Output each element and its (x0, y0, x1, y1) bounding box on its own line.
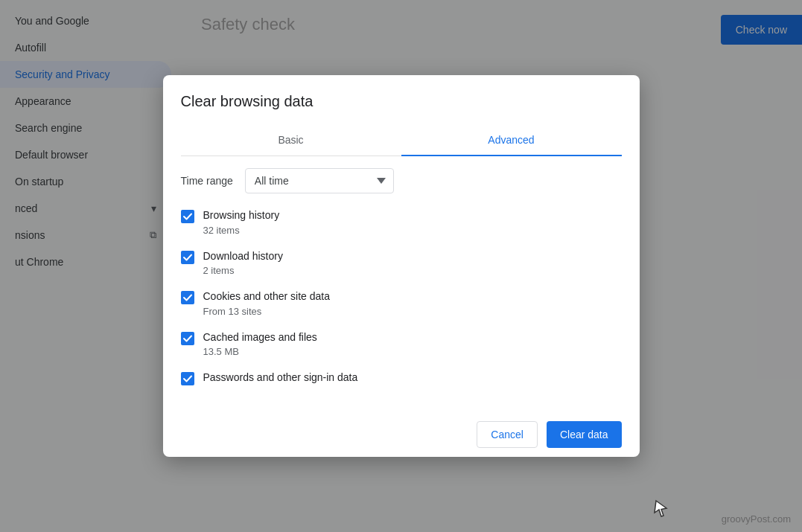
dialog-footer: Cancel Clear data (163, 412, 640, 457)
checkbox-browsing-history[interactable] (181, 210, 194, 223)
download-history-sub: 2 items (203, 265, 622, 276)
checkbox-item-passwords: Passwords and other sign-in data (181, 371, 622, 387)
time-range-row: Time range Last hour Last 24 hours Last … (181, 168, 622, 193)
tab-advanced[interactable]: Advanced (401, 125, 622, 156)
checkbox-item-cookies: Cookies and other site data From 13 site… (181, 289, 622, 317)
dialog-tabs: Basic Advanced (181, 125, 622, 156)
checkbox-passwords[interactable] (181, 372, 194, 385)
checkbox-item-browsing-history: Browsing history 32 items (181, 208, 622, 236)
cookies-label: Cookies and other site data (203, 289, 622, 304)
mouse-cursor (653, 499, 668, 517)
cookies-sub: From 13 sites (203, 306, 622, 317)
time-range-label: Time range (181, 175, 233, 187)
time-range-select[interactable]: Last hour Last 24 hours Last 7 days Last… (245, 168, 394, 193)
checkbox-item-download-history: Download history 2 items (181, 249, 622, 277)
checkbox-item-cached: Cached images and files 13.5 MB (181, 330, 622, 358)
clear-data-button[interactable]: Clear data (547, 421, 622, 448)
cached-sub: 13.5 MB (203, 346, 622, 357)
cancel-button[interactable]: Cancel (477, 421, 538, 448)
browsing-history-label: Browsing history (203, 208, 622, 223)
dialog-header: Clear browsing data Basic Advanced (163, 75, 640, 156)
checkbox-download-history[interactable] (181, 251, 194, 264)
checkbox-cached[interactable] (181, 332, 194, 345)
tab-basic[interactable]: Basic (181, 125, 401, 156)
checkbox-cookies[interactable] (181, 291, 194, 304)
browsing-history-sub: 32 items (203, 225, 622, 236)
modal-overlay: Clear browsing data Basic Advanced Time … (0, 0, 802, 532)
clear-browsing-data-dialog: Clear browsing data Basic Advanced Time … (163, 75, 640, 457)
dialog-body: Time range Last hour Last 24 hours Last … (163, 156, 640, 412)
download-history-label: Download history (203, 249, 622, 264)
passwords-label: Passwords and other sign-in data (203, 371, 622, 385)
dialog-title: Clear browsing data (181, 93, 622, 110)
cached-label: Cached images and files (203, 330, 622, 345)
